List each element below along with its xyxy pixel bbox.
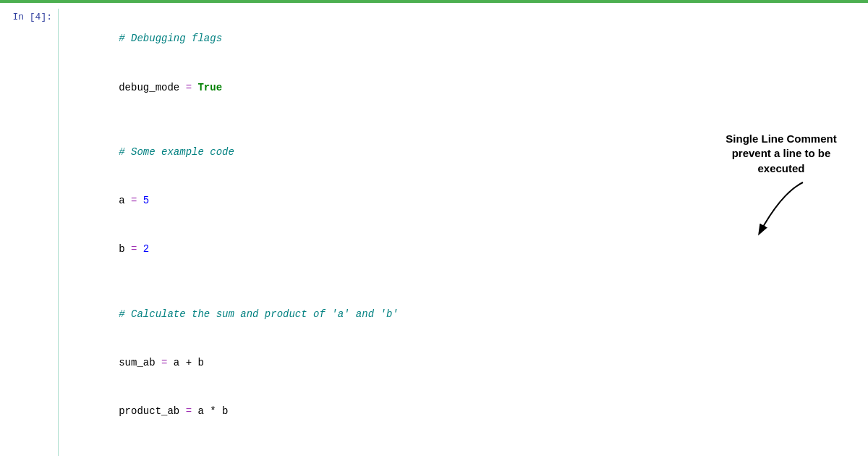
code-line-comment3: # Calculate the sum and product of 'a' a…	[70, 290, 859, 339]
code-line-product-ab: product_ab = a * b	[70, 387, 859, 436]
blank-line-2	[70, 274, 859, 290]
code-line-comment4: # Uncomment the following line to see th…	[70, 452, 859, 456]
code-line-sum-ab: sum_ab = a + b	[70, 339, 859, 387]
annotation-box: Single Line Comment prevent a line to be…	[702, 132, 861, 244]
code-line-debug-mode: debug_mode = True	[70, 63, 859, 111]
annotation-arrow	[738, 179, 825, 244]
notebook-container: In [4]: # Debugging flags debug_mode = T…	[0, 0, 868, 456]
blank-line-1	[70, 111, 859, 127]
annotation-line1: Single Line Comment prevent a line to be…	[702, 132, 861, 176]
code-cell: In [4]: # Debugging flags debug_mode = T…	[0, 3, 868, 456]
comment-text: # Debugging flags	[119, 33, 222, 44]
code-line-comment1: # Debugging flags	[70, 14, 859, 63]
blank-line-3	[70, 436, 859, 452]
cell-label: In [4]:	[0, 9, 58, 456]
cell-body[interactable]: # Debugging flags debug_mode = True # So…	[58, 9, 868, 456]
